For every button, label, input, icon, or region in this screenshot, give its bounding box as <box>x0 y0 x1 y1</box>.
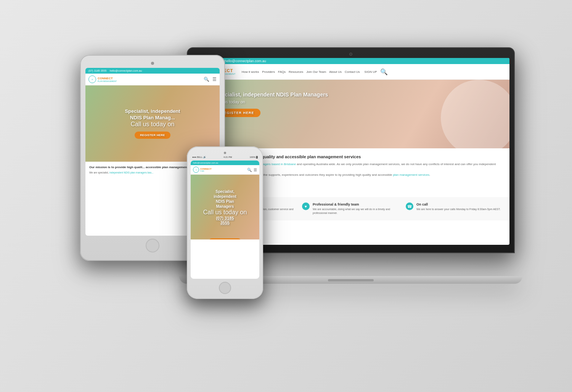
phone-hero-text: Specialist,independentNDIS PlanManagers … <box>191 175 259 239</box>
phone-home-button[interactable] <box>219 282 231 294</box>
feature-professional-text: Professional & friendly team We are acco… <box>313 202 400 215</box>
tablet-hero-headline: Specialist, independentNDIS Plan Manag..… <box>125 108 180 121</box>
tablet-mission-link[interactable]: independent NDIS plan managers bas... <box>109 171 154 174</box>
phone-device: ●●● BELL 🔊 4:21 PM 100% ▓ hello@connectp… <box>187 146 263 299</box>
nav-join[interactable]: Join Our Team <box>306 70 326 74</box>
feature-professional: ♥ Professional & friendly team We are ac… <box>302 202 400 215</box>
phone-hero: Specialist,independentNDIS PlanManagers … <box>191 175 259 239</box>
phone-status-bar: ●●● BELL 🔊 4:21 PM 100% ▓ <box>191 156 259 158</box>
nav-how-it-works[interactable]: How it works <box>242 70 259 74</box>
tablet-topbar-email: hello@connectplan.com.au <box>109 69 142 72</box>
phone-logo: ⊙ CONNECT PLAN <box>193 167 212 173</box>
tablet-navbar: ⊙ CONNECT PLAN MANAGEMENT 🔍 ☰ <box>85 74 220 85</box>
phone-topbar-text: hello@connectplan.com.au <box>193 162 218 164</box>
feature-professional-desc: We are accountable, doing what we say we… <box>313 207 400 215</box>
phone-status-time: 4:21 PM <box>223 156 232 158</box>
phone-logo-connect: CONNECT <box>200 168 212 170</box>
tablet-logo-text: CONNECT PLAN MANAGEMENT <box>98 77 117 82</box>
site-topbar: (07) 3185 3555 hello@connectplan.com.au <box>192 58 509 64</box>
feature-oncall: ☎ On call We are here to answer your cal… <box>406 202 503 215</box>
phone-search-icon[interactable]: 🔍 <box>247 168 252 172</box>
feature-oncall-icon: ☎ <box>406 202 413 210</box>
phone-logo-text: CONNECT PLAN <box>200 168 212 172</box>
site-hero: Specialist, independent NDIS Plan Manage… <box>192 80 509 148</box>
feature-oncall-desc: We are here to answer your calls Monday … <box>416 207 500 211</box>
laptop-camera <box>349 53 352 56</box>
tablet-home-button[interactable] <box>146 239 159 252</box>
hero-headline: Specialist, independent NDIS Plan Manage… <box>215 91 328 98</box>
tablet-logo-icon: ⊙ <box>88 76 96 83</box>
tablet-logo-connect: CONNECT <box>98 77 117 80</box>
nav-providers[interactable]: Providers <box>262 70 275 74</box>
phone-navbar: ⊙ CONNECT PLAN 🔍 ☰ <box>191 165 259 175</box>
tablet-topbar-phone: (07) 3185 3555 <box>88 69 106 72</box>
phone-hero-phone: (07) 31853555 <box>216 216 234 225</box>
phone-topbar: hello@connectplan.com.au <box>191 161 259 165</box>
mission-link2[interactable]: plan management services <box>393 173 429 177</box>
feature-professional-title: Professional & friendly team <box>313 202 400 206</box>
hero-subline: Call us today on <box>215 100 328 104</box>
nav-contact[interactable]: Contact Us <box>345 70 360 74</box>
phone-logo-icon: ⊙ <box>193 167 199 173</box>
nav-signup[interactable]: SIGN UP <box>365 70 377 74</box>
hero-text: Specialist, independent NDIS Plan Manage… <box>215 91 328 117</box>
phone-menu-icon[interactable]: ☰ <box>254 168 257 172</box>
phone-hero-headline: Specialist,independentNDIS PlanManagers <box>214 189 236 209</box>
phone-logo-plan: PLAN <box>200 170 212 172</box>
site-nav-links: How it works Providers FAQs Resources Jo… <box>242 68 388 76</box>
nav-faqs[interactable]: FAQs <box>278 70 286 74</box>
tablet-camera <box>151 62 154 65</box>
nav-about[interactable]: About Us <box>329 70 342 74</box>
phone-status-right: 100% ▓ <box>250 156 258 158</box>
feature-professional-icon: ♥ <box>302 202 310 210</box>
tablet-search-icon[interactable]: 🔍 <box>204 77 209 82</box>
tablet-hero-cta[interactable]: REGISTER HERE <box>135 132 170 139</box>
phone-screen: hello@connectplan.com.au ⊙ CONNECT PLAN … <box>191 161 259 279</box>
nav-resources[interactable]: Resources <box>289 70 303 74</box>
feature-oncall-text: On call We are here to answer your calls… <box>416 202 500 211</box>
tablet-nav-icons: 🔍 ☰ <box>204 77 217 82</box>
phone-hero-cta[interactable]: REGISTER HERE <box>209 238 241 239</box>
phone-nav-icons: 🔍 ☰ <box>247 168 257 172</box>
site-navbar: ⊙ CONNECT PLAN MANAGEMENT How it works P… <box>192 64 509 80</box>
tablet-logo-plan: PLAN MANAGEMENT <box>98 80 117 82</box>
search-icon[interactable]: 🔍 <box>380 68 388 76</box>
topbar-email: hello@connectplan.com.au <box>225 59 266 63</box>
feature-oncall-title: On call <box>416 202 500 206</box>
tablet-topbar: (07) 3185 3555 hello@connectplan.com.au <box>85 68 220 74</box>
phone-hero-subline: Call us today on <box>203 209 247 216</box>
tablet-logo: ⊙ CONNECT PLAN MANAGEMENT <box>88 76 117 83</box>
tablet-hero-subline: Call us today on <box>131 121 175 128</box>
tablet-menu-icon[interactable]: ☰ <box>212 77 217 82</box>
phone-camera <box>224 152 226 154</box>
phone-status-left: ●●● BELL 🔊 <box>192 156 206 158</box>
